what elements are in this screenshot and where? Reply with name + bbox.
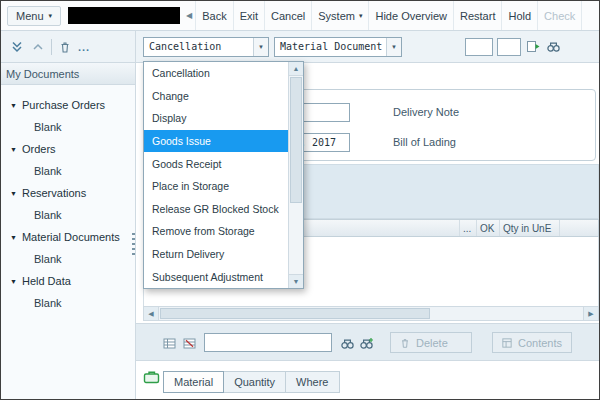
- dropdown-item[interactable]: Goods Receipt: [144, 152, 288, 175]
- command-field[interactable]: [68, 7, 180, 24]
- contents-button-label: Contents: [518, 337, 562, 349]
- tree-item-label: Material Documents: [22, 231, 120, 243]
- titlebar-button[interactable]: Cancel ▾: [264, 1, 311, 30]
- find-icon[interactable]: [545, 39, 561, 55]
- chevron-down-icon[interactable]: ▼: [386, 38, 401, 56]
- titlebar-button-label: Exit: [240, 10, 258, 22]
- titlebar-button-label: Cancel: [271, 10, 305, 22]
- titlebar-button[interactable]: Exit ▾: [233, 1, 264, 30]
- dropdown-item[interactable]: Remove from Storage: [144, 220, 288, 243]
- tree-item-label: Reservations: [22, 187, 86, 199]
- dropdown-scrollbar[interactable]: ▲ ▼: [288, 62, 303, 288]
- detail-tab[interactable]: Where: [285, 371, 339, 393]
- trash-icon[interactable]: [57, 39, 73, 55]
- chevron-down-icon[interactable]: ▼: [253, 38, 268, 56]
- tree-item-label: Orders: [22, 143, 56, 155]
- horizontal-scrollbar[interactable]: ◀ ▶: [143, 306, 599, 321]
- tree-expand-icon[interactable]: ▼: [10, 278, 17, 285]
- dropdown-item[interactable]: Return Delivery: [144, 243, 288, 266]
- insert-row-icon[interactable]: [160, 334, 178, 352]
- dropdown-item[interactable]: Release GR Blocked Stock: [144, 198, 288, 221]
- scroll-down-icon[interactable]: ▼: [289, 274, 303, 288]
- dropdown-items: Cancellation Change Display Goods Issue …: [144, 62, 288, 288]
- find-icon[interactable]: [338, 334, 356, 352]
- scroll-up-icon[interactable]: ▲: [289, 62, 303, 76]
- tree-item[interactable]: ▼ Purchase Orders: [1, 94, 135, 116]
- tree-item[interactable]: ▼ Blank: [1, 116, 135, 138]
- titlebar-button[interactable]: Back ▾: [195, 1, 232, 30]
- tree-expand-icon[interactable]: ▼: [10, 146, 17, 153]
- find-next-icon[interactable]: [357, 334, 375, 352]
- action-dropdown-list: Cancellation Change Display Goods Issue …: [143, 61, 304, 289]
- scroll-left-icon[interactable]: ◀: [144, 307, 159, 320]
- tree-expand-icon[interactable]: ▼: [10, 102, 17, 109]
- tree-item[interactable]: ▼ Blank: [1, 292, 135, 314]
- table-column-header[interactable]: Qty in UnE: [500, 220, 560, 236]
- titlebar-button-label: Back: [202, 10, 226, 22]
- delete-button[interactable]: Delete: [390, 332, 472, 353]
- scrollbar-track[interactable]: [159, 307, 583, 320]
- dropdown-item[interactable]: Place in Storage: [144, 175, 288, 198]
- dropdown-item[interactable]: Goods Issue: [144, 130, 288, 153]
- titlebar-button-label: Check: [544, 10, 575, 22]
- tree-expand-icon[interactable]: ▼: [10, 234, 17, 241]
- titlebar-buttons: Back ▾ Exit ▾ Cancel ▾ System ▾: [195, 1, 582, 30]
- item-detail-toolbar: Delete Contents: [136, 323, 599, 361]
- trash-icon: [399, 337, 411, 349]
- table-column-header[interactable]: OK: [477, 220, 500, 236]
- tree-item[interactable]: ▼ Blank: [1, 204, 135, 226]
- titlebar-button-label: Hold: [508, 10, 531, 22]
- titlebar-button-label: System: [318, 10, 355, 22]
- table-column-header[interactable]: ...: [460, 220, 477, 236]
- detail-tab[interactable]: Quantity: [223, 371, 286, 393]
- toolbar-divider: [51, 39, 52, 55]
- contents-button[interactable]: Contents: [492, 332, 572, 353]
- titlebar-button[interactable]: Restart ▾: [453, 1, 501, 30]
- detail-tab[interactable]: Material: [163, 371, 224, 393]
- tree-item[interactable]: ▼ Blank: [1, 160, 135, 182]
- titlebar-button-label: Restart: [460, 10, 495, 22]
- sidebar: My Documents ▼ Purchase Orders ▼ Blank ▼…: [1, 63, 136, 399]
- tree-expand-icon[interactable]: ▼: [10, 190, 17, 197]
- tree-item[interactable]: ▼ Reservations: [1, 182, 135, 204]
- tree-item[interactable]: ▼ Orders: [1, 138, 135, 160]
- dropdown-item[interactable]: Change: [144, 85, 288, 108]
- splitter-handle[interactable]: [132, 233, 135, 255]
- dropdown-item[interactable]: Subsequent Adjustment: [144, 265, 288, 288]
- dropdown-item[interactable]: Display: [144, 107, 288, 130]
- more-options-icon[interactable]: ...: [78, 41, 90, 53]
- collapse-toolbar-icon[interactable]: ◀: [186, 11, 192, 20]
- execute-icon[interactable]: [525, 39, 541, 55]
- delete-row-icon[interactable]: [180, 334, 198, 352]
- document-date-field[interactable]: [297, 133, 350, 152]
- menu-button[interactable]: Menu ▾: [7, 6, 61, 26]
- item-search-input[interactable]: [204, 333, 332, 352]
- titlebar-button[interactable]: Hold ▾: [501, 1, 537, 30]
- titlebar: Menu ▾ ◀ Back ▾ Exit ▾ Cancel ▾: [1, 1, 599, 31]
- delete-button-label: Delete: [416, 337, 448, 349]
- document-year-field[interactable]: [497, 38, 521, 56]
- reference-document-combobox[interactable]: Material Document ▼: [274, 37, 402, 57]
- dropdown-item[interactable]: Cancellation: [144, 62, 288, 85]
- document-number-field[interactable]: [465, 38, 493, 56]
- tree-item-label: Held Data: [22, 275, 71, 287]
- chevron-up-icon[interactable]: [30, 39, 46, 55]
- tree-item-label: Blank: [34, 253, 62, 265]
- titlebar-button[interactable]: Hide Overview ▾: [368, 1, 453, 30]
- tree-item[interactable]: ▼ Held Data: [1, 270, 135, 292]
- action-combobox[interactable]: Cancellation ▼: [143, 37, 269, 57]
- titlebar-button[interactable]: System ▾: [311, 1, 368, 30]
- scroll-right-icon[interactable]: ▶: [583, 307, 598, 320]
- tree-item[interactable]: ▼ Material Documents: [1, 226, 135, 248]
- detail-tabs: Material Quantity Where: [164, 371, 340, 393]
- tree-item[interactable]: ▼ Blank: [1, 248, 135, 270]
- scrollbar-thumb[interactable]: [290, 77, 302, 203]
- titlebar-button[interactable]: Check ▾: [537, 1, 582, 30]
- sidebar-title: My Documents: [1, 63, 135, 85]
- tree-item-label: Blank: [34, 165, 62, 177]
- delivery-note-field[interactable]: [297, 103, 350, 122]
- contents-icon: [501, 337, 513, 349]
- detail-data-icon[interactable]: [143, 369, 161, 387]
- scrollbar-thumb[interactable]: [160, 308, 430, 319]
- double-chevron-down-icon[interactable]: [9, 39, 25, 55]
